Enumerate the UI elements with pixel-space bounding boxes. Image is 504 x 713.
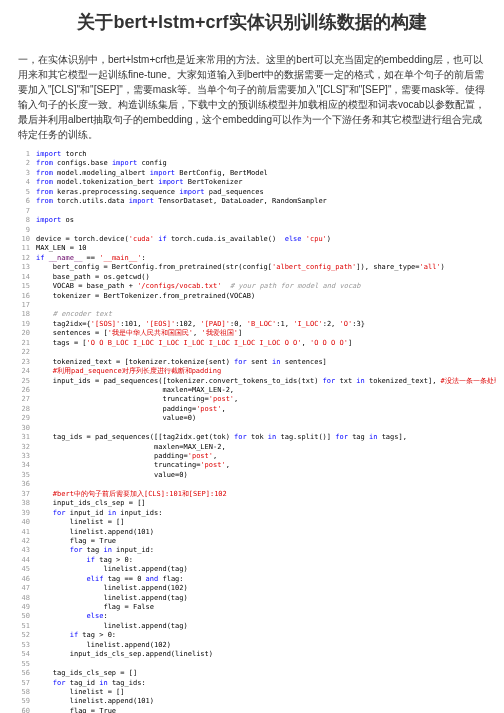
code-line: 49 flag = False <box>8 603 496 612</box>
code-line: 57 for tag_id in tag_ids: <box>8 679 496 688</box>
line-number: 53 <box>8 641 30 650</box>
line-number: 56 <box>8 669 30 678</box>
code-line: 23 tokenized_text = [tokenizer.tokenize(… <box>8 358 496 367</box>
code-content: elif tag == 0 and flag: <box>36 575 496 584</box>
code-line: 56 tag_ids_cls_sep = [] <box>8 669 496 678</box>
code-line: 52 if tag > 0: <box>8 631 496 640</box>
code-content: tokenizer = BertTokenizer.from_pretraine… <box>36 292 496 301</box>
line-number: 6 <box>8 197 30 206</box>
code-content: #利用pad_sequence对序列长度进行截断和padding <box>36 367 496 376</box>
code-line: 20 sentences = ['我是中华人民共和国国民', '我爱祖国'] <box>8 329 496 338</box>
code-line: 37 #bert中的句子前后需要加入[CLS]:101和[SEP]:102 <box>8 490 496 499</box>
line-number: 30 <box>8 424 30 433</box>
line-number: 27 <box>8 395 30 404</box>
code-line: 19 tag2idx={'[SOS]':101, '[EOS]':102, '[… <box>8 320 496 329</box>
code-content: value=0) <box>36 414 496 423</box>
code-content: linelist.append(tag) <box>36 622 496 631</box>
line-number: 42 <box>8 537 30 546</box>
code-content: tokenized_text = [tokenizer.tokenize(sen… <box>36 358 496 367</box>
code-content <box>36 348 496 357</box>
intro-paragraph: 一，在实体识别中，bert+lstm+crf也是近来常用的方法。这里的bert可… <box>0 44 504 150</box>
code-line: 15 VOCAB = base_path + '/configs/vocab.t… <box>8 282 496 291</box>
line-number: 14 <box>8 273 30 282</box>
line-number: 15 <box>8 282 30 291</box>
code-line: 8import os <box>8 216 496 225</box>
line-number: 59 <box>8 697 30 706</box>
code-content: VOCAB = base_path + '/configs/vocab.txt'… <box>36 282 496 291</box>
line-number: 58 <box>8 688 30 697</box>
code-content: value=0) <box>36 471 496 480</box>
code-content: else: <box>36 612 496 621</box>
code-content: tag_ids = pad_sequences([[tag2idx.get(to… <box>36 433 496 442</box>
code-line: 36 <box>8 480 496 489</box>
code-content: bert_config = BertConfig.from_pretrained… <box>36 263 496 272</box>
line-number: 8 <box>8 216 30 225</box>
code-line: 11MAX_LEN = 10 <box>8 244 496 253</box>
code-content: for tag in input_id: <box>36 546 496 555</box>
code-content: import os <box>36 216 496 225</box>
code-content: input_ids = pad_sequences([tokenizer.con… <box>36 377 496 386</box>
code-line: 60 flag = True <box>8 707 496 713</box>
line-number: 9 <box>8 226 30 235</box>
code-line: 18 # encoder text <box>8 310 496 319</box>
code-line: 14 base_path = os.getcwd() <box>8 273 496 282</box>
code-line: 3from model.modeling_albert import BertC… <box>8 169 496 178</box>
line-number: 3 <box>8 169 30 178</box>
line-number: 29 <box>8 414 30 423</box>
line-number: 20 <box>8 329 30 338</box>
line-number: 36 <box>8 480 30 489</box>
code-content: for input_id in input_ids: <box>36 509 496 518</box>
code-line: 28 padding='post', <box>8 405 496 414</box>
line-number: 7 <box>8 207 30 216</box>
line-number: 48 <box>8 594 30 603</box>
line-number: 50 <box>8 612 30 621</box>
code-line: 30 <box>8 424 496 433</box>
code-content: linelist.append(101) <box>36 528 496 537</box>
code-content <box>36 301 496 310</box>
code-content: linelist.append(tag) <box>36 565 496 574</box>
code-content: linelist.append(102) <box>36 641 496 650</box>
code-content: from torch.utils.data import TensorDatas… <box>36 197 496 206</box>
line-number: 45 <box>8 565 30 574</box>
line-number: 10 <box>8 235 30 244</box>
code-content: tags = ['O O B_LOC I_LOC I_LOC I_LOC I_L… <box>36 339 496 348</box>
code-line: 54 input_ids_cls_sep.append(linelist) <box>8 650 496 659</box>
code-content: tag_ids_cls_sep = [] <box>36 669 496 678</box>
code-content: # encoder text <box>36 310 496 319</box>
line-number: 19 <box>8 320 30 329</box>
line-number: 32 <box>8 443 30 452</box>
code-line: 27 truncating='post', <box>8 395 496 404</box>
code-content: padding='post', <box>36 405 496 414</box>
code-line: 39 for input_id in input_ids: <box>8 509 496 518</box>
code-content: truncating='post', <box>36 461 496 470</box>
code-content: MAX_LEN = 10 <box>36 244 496 253</box>
code-content <box>36 207 496 216</box>
code-line: 53 linelist.append(102) <box>8 641 496 650</box>
code-line: 45 linelist.append(tag) <box>8 565 496 574</box>
code-line: 48 linelist.append(tag) <box>8 594 496 603</box>
line-number: 60 <box>8 707 30 713</box>
line-number: 41 <box>8 528 30 537</box>
line-number: 38 <box>8 499 30 508</box>
code-content <box>36 226 496 235</box>
code-line: 35 value=0) <box>8 471 496 480</box>
line-number: 44 <box>8 556 30 565</box>
code-content: flag = False <box>36 603 496 612</box>
code-line: 25 input_ids = pad_sequences([tokenizer.… <box>8 377 496 386</box>
code-line: 32 maxlen=MAX_LEN-2, <box>8 443 496 452</box>
code-content <box>36 660 496 669</box>
code-line: 29 value=0) <box>8 414 496 423</box>
line-number: 52 <box>8 631 30 640</box>
code-line: 47 linelist.append(102) <box>8 584 496 593</box>
code-line: 13 bert_config = BertConfig.from_pretrai… <box>8 263 496 272</box>
code-content: base_path = os.getcwd() <box>36 273 496 282</box>
code-content: linelist = [] <box>36 688 496 697</box>
page-title: 关于bert+lstm+crf实体识别训练数据的构建 <box>0 0 504 44</box>
code-content: from configs.base import config <box>36 159 496 168</box>
line-number: 34 <box>8 461 30 470</box>
code-line: 26 maxlen=MAX_LEN-2, <box>8 386 496 395</box>
code-content: truncating='post', <box>36 395 496 404</box>
line-number: 23 <box>8 358 30 367</box>
line-number: 37 <box>8 490 30 499</box>
code-line: 1import torch <box>8 150 496 159</box>
